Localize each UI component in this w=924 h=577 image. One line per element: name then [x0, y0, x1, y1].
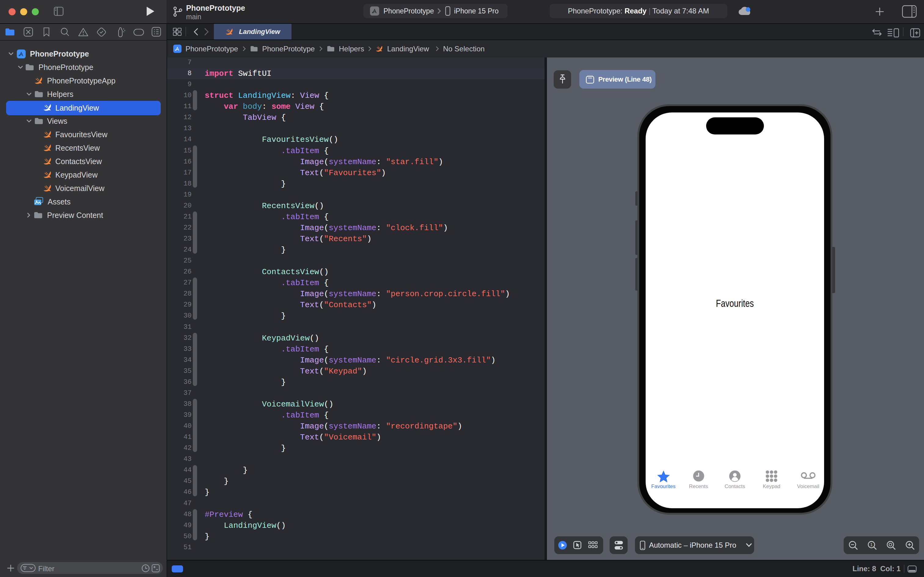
svg-text:1: 1 [870, 542, 872, 547]
